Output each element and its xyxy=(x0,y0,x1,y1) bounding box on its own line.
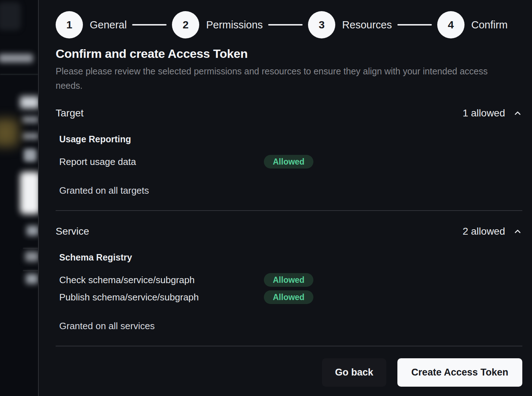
step-label: General xyxy=(90,19,127,31)
permission-label: Check schema/service/subgraph xyxy=(59,275,264,286)
permission-label: Publish schema/service/subgraph xyxy=(59,292,264,303)
chevron-up-icon[interactable] xyxy=(513,109,522,118)
blurred-divider xyxy=(23,270,38,271)
permission-row: Check schema/service/subgraph Allowed xyxy=(59,273,522,287)
create-access-token-button[interactable]: Create Access Token xyxy=(397,358,522,387)
status-badge: Allowed xyxy=(264,155,313,169)
blurred-list-row xyxy=(26,274,38,284)
blurred-nav-text xyxy=(0,54,33,63)
blurred-list-row xyxy=(25,252,38,262)
step-general[interactable]: 1 General xyxy=(56,11,127,38)
background-blurred-sidebar xyxy=(0,0,38,396)
section-divider xyxy=(56,210,522,211)
permission-group-title: Usage Reporting xyxy=(59,134,522,144)
allowed-count: 2 allowed xyxy=(463,226,505,237)
step-connector xyxy=(397,24,432,26)
step-number-circle: 1 xyxy=(56,11,83,38)
blurred-logo xyxy=(0,2,21,30)
section-title: Target xyxy=(56,107,84,119)
permission-row: Report usage data Allowed xyxy=(59,155,522,169)
section-summary: 1 allowed xyxy=(463,107,522,119)
blurred-text-line xyxy=(22,133,38,139)
create-access-token-modal: 1 General 2 Permissions 3 Resources 4 Co… xyxy=(38,0,532,396)
chevron-up-icon[interactable] xyxy=(513,227,522,236)
section-target: Target 1 allowed Usage Reporting Report … xyxy=(56,107,522,196)
blurred-button xyxy=(20,172,38,214)
blurred-text-line xyxy=(22,116,38,123)
blurred-list-row xyxy=(27,226,38,236)
step-number-circle: 2 xyxy=(172,11,199,38)
status-badge: Allowed xyxy=(264,273,313,287)
granted-note: Granted on all services xyxy=(59,321,522,332)
section-summary: 2 allowed xyxy=(463,226,522,237)
permission-label: Report usage data xyxy=(59,156,264,167)
step-label: Confirm xyxy=(471,19,508,31)
allowed-count: 1 allowed xyxy=(463,107,505,119)
permission-row: Publish schema/service/subgraph Allowed xyxy=(59,290,522,304)
step-number-circle: 4 xyxy=(437,11,465,38)
step-resources[interactable]: 3 Resources xyxy=(308,11,392,38)
section-target-header[interactable]: Target 1 allowed xyxy=(56,107,522,119)
blurred-icon xyxy=(24,149,37,162)
page-description: Please please review the selected permis… xyxy=(56,64,501,93)
step-label: Resources xyxy=(342,19,392,31)
modal-footer: Go back Create Access Token xyxy=(56,358,522,387)
section-service-header[interactable]: Service 2 allowed xyxy=(56,226,522,237)
step-confirm[interactable]: 4 Confirm xyxy=(437,11,508,38)
go-back-button[interactable]: Go back xyxy=(322,358,386,387)
section-service: Service 2 allowed Schema Registry Check … xyxy=(56,226,522,332)
step-connector xyxy=(268,24,303,26)
step-permissions[interactable]: 2 Permissions xyxy=(172,11,263,38)
step-number-circle: 3 xyxy=(308,11,335,38)
wizard-stepper: 1 General 2 Permissions 3 Resources 4 Co… xyxy=(56,11,522,38)
footer-divider xyxy=(56,346,522,346)
permission-group: Usage Reporting Report usage data Allowe… xyxy=(59,134,522,169)
section-title: Service xyxy=(56,226,89,237)
permission-group-title: Schema Registry xyxy=(59,252,522,263)
granted-note: Granted on all targets xyxy=(59,185,522,196)
blurred-divider xyxy=(0,74,38,75)
blurred-divider xyxy=(23,248,38,249)
page-title: Confirm and create Access Token xyxy=(56,47,522,61)
step-connector xyxy=(132,24,167,26)
blurred-page-heading xyxy=(20,96,38,109)
step-label: Permissions xyxy=(206,19,263,31)
blurred-warning-banner xyxy=(0,119,19,147)
permission-group: Schema Registry Check schema/service/sub… xyxy=(59,252,522,304)
status-badge: Allowed xyxy=(264,290,313,304)
